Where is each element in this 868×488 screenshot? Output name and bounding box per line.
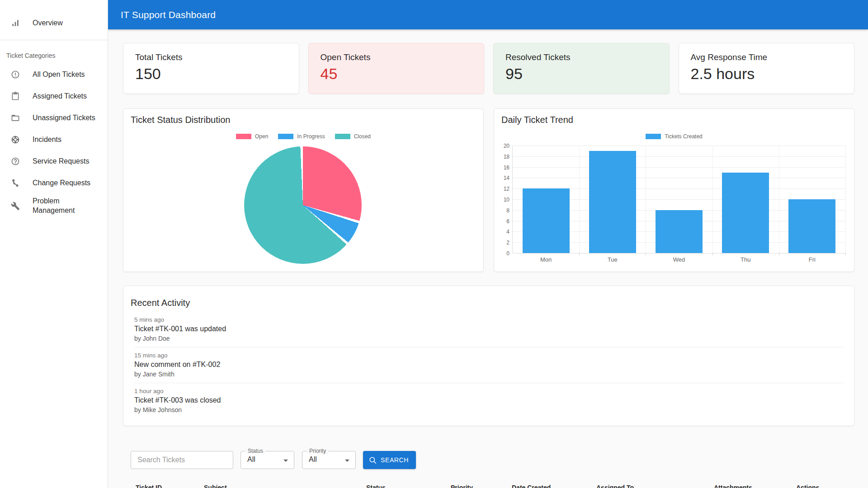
activity-by: by John Doe	[134, 335, 843, 342]
sidebar-item-label: All Open Tickets	[33, 70, 85, 80]
lifebuoy-icon	[11, 135, 20, 144]
priority-select-label: Priority	[307, 448, 328, 454]
y-axis-tick-label: 0	[496, 250, 509, 257]
stat-value: 150	[135, 65, 287, 83]
priority-select[interactable]: Priority All	[302, 451, 356, 469]
search-button-label: SEARCH	[381, 456, 409, 464]
app-bar: IT Support Dashboard	[108, 0, 868, 29]
folder-icon	[11, 113, 20, 122]
sidebar-item-label: Change Requests	[33, 178, 90, 188]
legend-swatch	[236, 134, 251, 139]
activity-by: by Jane Smith	[134, 371, 843, 378]
stat-label: Total Tickets	[135, 52, 287, 62]
bar-chart-plot: 02468101214161820MonTueWedThuFri	[512, 145, 845, 253]
sidebar-item-all-open-tickets[interactable]: All Open Tickets	[0, 64, 108, 85]
bar-mon	[523, 188, 570, 253]
chevron-down-icon	[280, 455, 291, 468]
gridline	[712, 145, 713, 253]
y-axis-tick-label: 2	[496, 239, 509, 246]
x-axis-tick	[779, 253, 779, 255]
gridline	[513, 253, 845, 253]
stat-value: 2.5 hours	[691, 65, 843, 83]
stat-value: 95	[505, 65, 657, 83]
bar-tue	[589, 151, 636, 253]
help-circle-icon	[11, 157, 20, 166]
stat-card-total-tickets: Total Tickets 150	[123, 43, 299, 94]
sidebar-item-label: Problem Management	[33, 197, 87, 216]
legend-item[interactable]: Closed	[335, 133, 371, 140]
legend-label: In Progress	[297, 133, 325, 140]
bar-fri	[788, 199, 835, 253]
legend-swatch	[646, 134, 661, 139]
stat-card-open-tickets: Open Tickets 45	[308, 43, 485, 94]
stat-value: 45	[321, 65, 472, 83]
column-header-status: Status	[366, 484, 386, 488]
y-axis-tick-label: 10	[496, 197, 509, 203]
stat-card-avg-response-time: Avg Response Time 2.5 hours	[679, 43, 855, 94]
sidebar-item-unassigned-tickets[interactable]: Unassigned Tickets	[0, 107, 108, 129]
clipboard-icon	[11, 92, 20, 101]
pie-chart-card: Ticket Status Distribution OpenIn Progre…	[123, 108, 484, 272]
wrench-icon	[11, 202, 20, 211]
y-axis-tick-label: 14	[496, 175, 509, 181]
search-filter-row: Status All Priority All SEARCH	[0, 451, 868, 470]
sidebar-item-label: Service Requests	[33, 157, 89, 166]
activity-item: 15 mins ago New comment on #TK-002 by Ja…	[134, 347, 843, 383]
gridline	[579, 145, 580, 253]
x-axis-tick	[712, 253, 713, 255]
y-axis-tick-label: 6	[496, 218, 509, 225]
activity-time: 5 mins ago	[134, 316, 843, 323]
legend-item[interactable]: In Progress	[278, 133, 325, 140]
gridline	[845, 145, 846, 253]
stat-label: Open Tickets	[321, 52, 472, 62]
activity-time: 15 mins ago	[134, 352, 843, 359]
status-select-label: Status	[245, 448, 265, 454]
y-axis-tick-label: 12	[496, 186, 509, 192]
bar-wed	[656, 210, 703, 253]
legend-item[interactable]: Tickets Created	[646, 133, 703, 140]
sidebar-item-assigned-tickets[interactable]: Assigned Tickets	[0, 85, 108, 107]
bar-chart-card: Daily Ticket Trend Tickets Created 02468…	[494, 108, 854, 272]
sidebar-item-change-requests[interactable]: Change Requests	[0, 172, 108, 194]
x-axis-tick	[579, 253, 580, 255]
y-axis-tick-label: 18	[496, 154, 509, 160]
priority-select-value: All	[309, 455, 317, 464]
search-input[interactable]	[131, 451, 233, 469]
sidebar-item-overview[interactable]: Overview	[0, 12, 108, 34]
x-axis-tick	[845, 253, 846, 255]
column-header-date-created: Date Created	[512, 484, 551, 488]
x-axis-tick-label: Wed	[646, 256, 712, 263]
recent-activity-list: 5 mins ago Ticket #TK-001 was updated by…	[131, 312, 843, 418]
pie-chart	[244, 146, 362, 264]
legend-swatch	[335, 134, 350, 139]
legend-item[interactable]: Open	[236, 133, 268, 140]
activity-item: 5 mins ago Ticket #TK-001 was updated by…	[134, 312, 843, 347]
x-axis-tick-label: Thu	[712, 256, 779, 263]
column-header-assigned-to: Assigned To	[596, 484, 634, 488]
gridline	[513, 167, 845, 168]
x-axis-tick-label: Tue	[579, 256, 646, 263]
column-header-subject: Subject	[204, 484, 227, 488]
legend-label: Tickets Created	[665, 133, 703, 140]
sidebar-item-label: Incidents	[33, 135, 61, 145]
search-button[interactable]: SEARCH	[363, 451, 416, 469]
sidebar-item-incidents[interactable]: Incidents	[0, 129, 108, 150]
gridline	[779, 145, 779, 253]
stats-row: Total Tickets 150 Open Tickets 45 Resolv…	[123, 43, 854, 94]
sidebar-item-label: Overview	[33, 19, 63, 28]
sidebar: Overview Ticket Categories All Open Tick…	[0, 0, 108, 488]
sidebar-item-service-requests[interactable]: Service Requests	[0, 150, 108, 172]
legend-label: Open	[255, 133, 268, 140]
gridline	[513, 145, 845, 146]
status-select[interactable]: Status All	[241, 451, 294, 469]
column-header-attachments: Attachments	[714, 484, 752, 488]
pie-chart-title: Ticket Status Distribution	[131, 115, 230, 125]
sidebar-item-problem-management[interactable]: Problem Management	[0, 194, 108, 218]
charts-row: Ticket Status Distribution OpenIn Progre…	[123, 108, 854, 272]
gridline	[513, 156, 845, 157]
y-axis-tick-label: 16	[496, 164, 509, 171]
gridline	[513, 178, 845, 178]
x-axis-tick-label: Mon	[513, 256, 580, 263]
bar-chart-icon	[11, 19, 20, 28]
error-outline-icon	[11, 70, 20, 79]
